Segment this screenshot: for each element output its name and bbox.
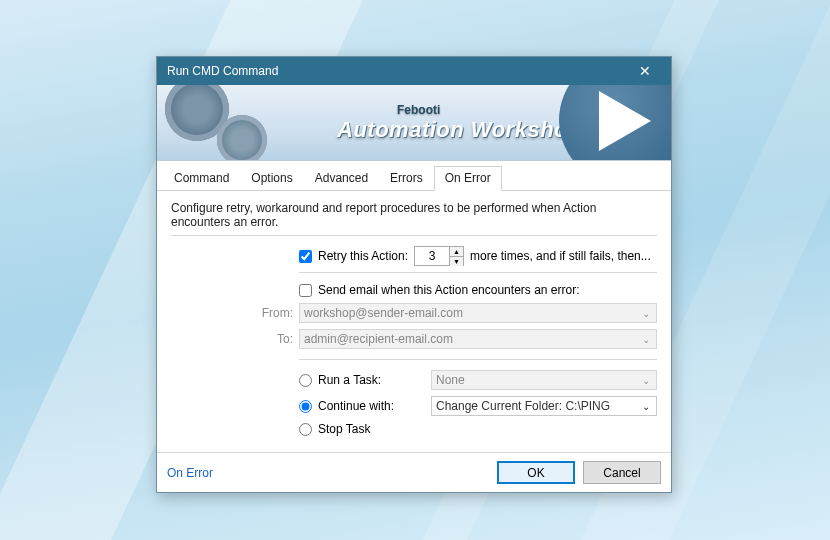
brand-big: Automation Workshop [337,117,582,143]
email-from-row: From: workshop@sender-email.com ⌄ [171,303,657,323]
from-label: From: [171,306,299,320]
retry-suffix: more times, and if still fails, then... [470,249,651,263]
retry-count-stepper[interactable]: ▲ ▼ [414,246,464,266]
run-task-row: Run a Task: None ⌄ [299,370,657,390]
continue-with-label: Continue with: [318,399,431,413]
tab-options[interactable]: Options [240,166,303,191]
retry-row: Retry this Action: ▲ ▼ more times, and i… [299,246,657,266]
spinner-up-icon[interactable]: ▲ [450,247,463,257]
retry-label: Retry this Action: [318,249,408,263]
run-task-radio[interactable] [299,374,312,387]
help-link[interactable]: On Error [167,466,489,480]
chevron-down-icon: ⌄ [640,401,652,412]
titlebar: Run CMD Command ✕ [157,57,671,85]
brand: Febooti Automation Workshop [337,103,582,143]
to-value: admin@recipient-email.com [304,332,640,346]
run-task-value: None [436,373,640,387]
dialog-run-cmd-command: Run CMD Command ✕ Febooti Automation Wor… [156,56,672,493]
play-icon [599,91,651,151]
divider [171,235,657,236]
run-task-label: Run a Task: [318,373,431,387]
retry-checkbox[interactable] [299,250,312,263]
stop-task-radio[interactable] [299,423,312,436]
divider [299,272,657,273]
gear-icon [217,115,267,161]
dialog-footer: On Error OK Cancel [157,452,671,492]
from-field[interactable]: workshop@sender-email.com ⌄ [299,303,657,323]
tab-advanced[interactable]: Advanced [304,166,379,191]
play-disc-icon [559,85,671,161]
tab-command[interactable]: Command [163,166,240,191]
cancel-label: Cancel [603,466,640,480]
to-label: To: [171,332,299,346]
description-text: Configure retry, workaround and report p… [171,201,657,229]
banner: Febooti Automation Workshop [157,85,671,161]
run-task-combo[interactable]: None ⌄ [431,370,657,390]
continue-with-row: Continue with: Change Current Folder: C:… [299,396,657,416]
continue-with-radio[interactable] [299,400,312,413]
to-field[interactable]: admin@recipient-email.com ⌄ [299,329,657,349]
send-email-label: Send email when this Action encounters a… [318,283,579,297]
stop-task-row: Stop Task [299,422,657,436]
window-title: Run CMD Command [167,64,625,78]
send-email-checkbox[interactable] [299,284,312,297]
ok-button[interactable]: OK [497,461,575,484]
spinner-down-icon[interactable]: ▼ [450,257,463,266]
email-to-row: To: admin@recipient-email.com ⌄ [171,329,657,349]
chevron-down-icon: ⌄ [640,308,652,319]
chevron-down-icon: ⌄ [640,375,652,386]
brand-small: Febooti [397,103,582,117]
from-value: workshop@sender-email.com [304,306,640,320]
close-icon: ✕ [639,63,651,79]
tab-strip: Command Options Advanced Errors On Error [157,161,671,191]
cancel-button[interactable]: Cancel [583,461,661,484]
divider [299,359,657,360]
tab-errors[interactable]: Errors [379,166,434,191]
continue-with-value: Change Current Folder: C:\PING [436,399,640,413]
stop-task-label: Stop Task [318,422,434,436]
tab-content: Configure retry, workaround and report p… [157,191,671,452]
ok-label: OK [527,466,544,480]
retry-count-input[interactable] [415,247,449,265]
continue-with-combo[interactable]: Change Current Folder: C:\PING ⌄ [431,396,657,416]
tab-on-error[interactable]: On Error [434,166,502,191]
close-button[interactable]: ✕ [625,60,665,82]
email-checkbox-row: Send email when this Action encounters a… [299,283,657,297]
chevron-down-icon: ⌄ [640,334,652,345]
